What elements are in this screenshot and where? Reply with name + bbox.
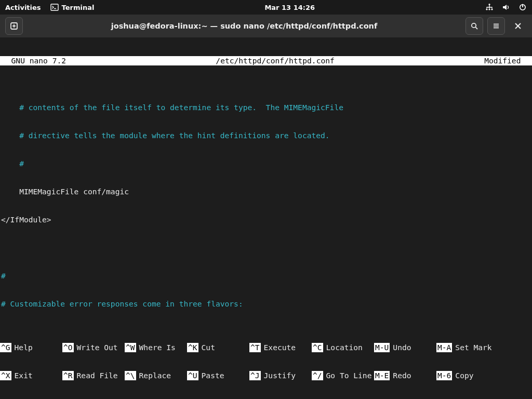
shortcut-label: Copy xyxy=(452,371,473,380)
svg-point-3 xyxy=(486,8,487,10)
shortcut-key: ^C xyxy=(312,343,323,352)
shortcut-label: Location xyxy=(323,343,363,352)
shortcut-key: ^G xyxy=(0,343,11,352)
nano-statusbar: GNU nano 7.2 /etc/httpd/conf/httpd.conf … xyxy=(0,56,532,65)
shortcut-row: ^XExit ^RRead File ^\Replace ^UPaste ^JJ… xyxy=(0,371,532,380)
window-titlebar: joshua@fedora-linux:~ — sudo nano /etc/h… xyxy=(0,15,532,37)
volume-icon[interactable] xyxy=(502,3,510,11)
shortcut-label: Undo xyxy=(390,343,411,352)
shortcut-key: ^K xyxy=(187,343,198,352)
shortcut-key: M-E xyxy=(374,371,390,380)
search-button[interactable] xyxy=(466,17,483,35)
shortcut-label: Exit xyxy=(11,371,33,380)
editor-line: </IfModule> xyxy=(0,215,532,224)
shortcut-label: Replace xyxy=(136,371,171,380)
editor-line: # xyxy=(0,159,532,168)
shortcut-label: Paste xyxy=(198,371,224,380)
gnome-topbar: Activities Terminal Mar 13 14:26 xyxy=(0,0,532,15)
shortcut-label: Set Mark xyxy=(452,343,491,352)
nano-filename: /etc/httpd/conf/httpd.conf xyxy=(68,56,482,65)
svg-line-12 xyxy=(475,27,477,29)
power-icon[interactable] xyxy=(518,3,527,11)
shortcut-label: Redo xyxy=(390,371,411,380)
network-icon[interactable] xyxy=(485,3,494,11)
shortcut-key: ^R xyxy=(62,371,74,380)
terminal-screen[interactable]: GNU nano 7.2 /etc/httpd/conf/httpd.conf … xyxy=(0,37,532,399)
svg-point-4 xyxy=(491,8,493,10)
svg-rect-0 xyxy=(51,4,58,10)
terminal-icon xyxy=(50,3,59,11)
shortcut-key: M-A xyxy=(436,343,452,352)
svg-point-5 xyxy=(488,8,490,10)
new-tab-button[interactable] xyxy=(5,17,23,35)
shortcut-label: Write Out xyxy=(74,343,118,352)
shortcut-label: Justify xyxy=(261,371,296,380)
editor-line: MIMEMagicFile conf/magic xyxy=(0,187,532,196)
shortcut-key: ^O xyxy=(62,343,74,352)
terminal-app-menu[interactable]: Terminal xyxy=(50,3,95,11)
close-button[interactable] xyxy=(509,17,527,35)
shortcut-label: Execute xyxy=(261,343,296,352)
shortcut-key: ^J xyxy=(249,371,261,380)
shortcut-key: ^/ xyxy=(312,371,323,380)
shortcut-label: Go To Line xyxy=(323,371,372,380)
shortcut-key: ^X xyxy=(0,371,11,380)
svg-point-11 xyxy=(472,23,476,28)
nano-shortcuts: ^GHelp ^OWrite Out ^WWhere Is ^KCut ^TEx… xyxy=(0,324,532,399)
shortcut-key: M-6 xyxy=(436,371,452,380)
editor-line: # directive tells the module where the h… xyxy=(0,131,532,140)
shortcut-label: Help xyxy=(11,343,33,352)
editor-line: # Customizable error responses come in t… xyxy=(0,299,532,309)
activities-button[interactable]: Activities xyxy=(5,4,41,11)
shortcut-key: ^U xyxy=(187,371,198,380)
shortcut-label: Cut xyxy=(198,343,215,352)
nano-version: GNU nano 7.2 xyxy=(0,56,68,65)
menu-button[interactable] xyxy=(487,17,505,35)
shortcut-label: Read File xyxy=(74,371,118,380)
window-title: joshua@fedora-linux:~ — sudo nano /etc/h… xyxy=(27,22,461,30)
editor-line: # contents of the file itself to determi… xyxy=(0,103,532,112)
terminal-label: Terminal xyxy=(62,4,95,11)
svg-point-2 xyxy=(488,4,490,5)
shortcut-key: ^T xyxy=(249,343,261,352)
shortcut-key: ^\ xyxy=(125,371,136,380)
shortcut-label: Where Is xyxy=(136,343,176,352)
nano-status: Modified xyxy=(482,56,532,65)
shortcut-row: ^GHelp ^OWrite Out ^WWhere Is ^KCut ^TEx… xyxy=(0,343,532,352)
editor-line: # xyxy=(0,271,532,281)
shortcut-key: M-U xyxy=(374,343,390,352)
clock[interactable]: Mar 13 14:26 xyxy=(94,4,485,11)
shortcut-key: ^W xyxy=(125,343,136,352)
